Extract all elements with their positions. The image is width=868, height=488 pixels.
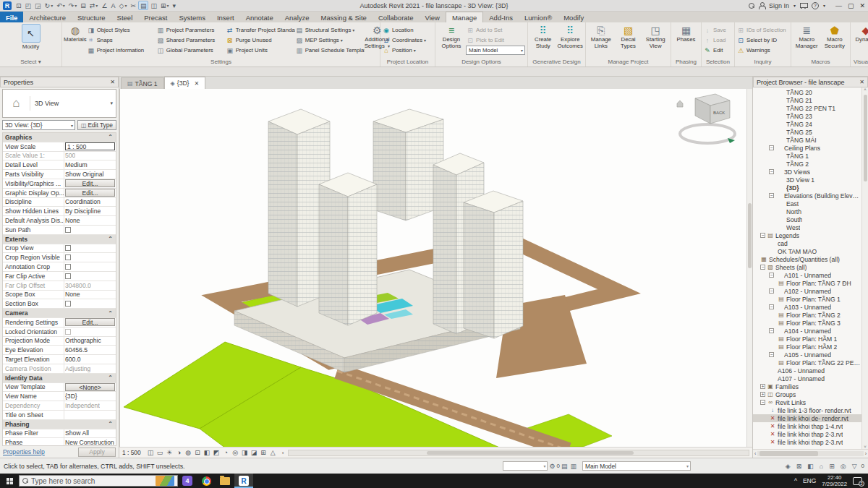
browser-tree-item[interactable]: cad [753, 239, 861, 247]
property-row[interactable]: Section Box [3, 299, 116, 309]
help-caret-icon[interactable]: ▾ [823, 3, 825, 8]
property-row[interactable]: Phasing [3, 420, 116, 429]
undo-icon[interactable]: ↶▾ [55, 1, 67, 10]
property-row[interactable]: Graphic Display Op... Edit... [3, 189, 116, 198]
browser-tree-item[interactable]: 3D View 1 [753, 176, 861, 184]
property-row[interactable]: Title on Sheet [3, 411, 116, 420]
restore-button[interactable]: ▢ [848, 2, 854, 9]
browser-tree-item[interactable]: − ▧ Sheets (all) [753, 263, 861, 271]
expander-icon[interactable]: − [769, 352, 774, 357]
property-row[interactable]: Projection Mode Orthographic [3, 337, 116, 346]
browser-tree-item[interactable]: A106 - Unnamed [753, 367, 861, 374]
save-icon[interactable]: ◲▾ [33, 1, 43, 10]
new-file-icon[interactable]: ⊡▾ [14, 1, 23, 10]
checkbox[interactable] [65, 227, 71, 233]
worksets-icon[interactable]: ⚙ [549, 463, 555, 470]
show-constraints-icon[interactable]: △ [268, 449, 278, 456]
unlock-3d-view-icon[interactable]: ◩ [212, 449, 221, 456]
browser-tree-item[interactable]: TẦNG 23 [753, 112, 861, 120]
search-icon[interactable] [749, 3, 754, 9]
minimize-button[interactable]: — [835, 2, 842, 9]
print-icon[interactable]: ⊟▾ [79, 1, 88, 10]
sync-with-central-icon[interactable]: ↻▾ [43, 1, 55, 10]
ribbon-tab[interactable]: Architecture [23, 12, 72, 22]
taskbar-app-chrome[interactable] [197, 474, 216, 488]
browser-tree-item[interactable]: ▤ Floor Plan: TẦNG 3 [753, 319, 861, 327]
canvas-vertical-scrollbar[interactable] [746, 89, 752, 447]
view-tab-tang1[interactable]: ▤ TẦNG 1 [121, 77, 164, 89]
main-model-combo[interactable]: Main Model [582, 461, 691, 471]
ribbon-small-button[interactable]: ⇄ Transfer Project Standards ▾ [226, 25, 295, 35]
property-row[interactable]: Phase New Construction [3, 438, 116, 446]
expander-icon[interactable]: − [760, 233, 765, 238]
browser-tree-item[interactable]: ▤ Floor Plan: TẦNG 2 [753, 311, 861, 319]
property-row[interactable]: Locked Orientation [3, 328, 116, 337]
browser-tree-item[interactable]: − ▤ Legends [753, 231, 861, 239]
close-inactive-views-icon[interactable]: ◫▾ [149, 1, 158, 10]
properties-help-link[interactable]: Properties help [3, 448, 45, 455]
modify-button[interactable]: ↖ Modify [14, 24, 48, 50]
browser-tree-item[interactable]: TẦNG 1 [753, 152, 861, 160]
ribbon-small-button[interactable]: ▥ Panel Schedule Templates ▾ [295, 46, 365, 55]
browser-tree-item[interactable]: − A105 - Unnamed [753, 351, 861, 359]
property-row[interactable]: Extents [3, 235, 116, 244]
design-option-combo[interactable]: Main Model [466, 46, 525, 55]
browser-tree-item[interactable]: TẦNG 25 [753, 128, 861, 136]
model-canvas[interactable]: BACK [119, 89, 752, 447]
browser-tree-item[interactable]: − Elevations (Building Elevation) [753, 192, 861, 200]
property-row[interactable]: View Template <None> [3, 383, 116, 393]
taskbar-app-4[interactable]: 4 [178, 474, 197, 488]
ribbon-tab[interactable]: Precast [138, 12, 173, 22]
browser-tree-item[interactable]: South [753, 215, 861, 223]
property-row[interactable]: Show Hidden Lines By Discipline [3, 207, 116, 216]
checkbox[interactable] [65, 301, 71, 307]
browser-tree-item[interactable]: ✕ file link khoi thap 1-4.rvt [753, 422, 861, 430]
ribbon-small-button[interactable]: ⊞ Add to Set [466, 25, 525, 35]
expander-icon[interactable]: − [769, 273, 774, 278]
browser-tree-item[interactable]: TẦNG MÁI [753, 136, 861, 144]
property-row[interactable]: Scope Box None [3, 291, 116, 300]
expander-icon[interactable]: − [769, 169, 774, 174]
active-option-icon[interactable]: ▥ [571, 463, 577, 470]
browser-tree-item[interactable]: A107 - Unnamed [753, 374, 861, 382]
checkbox[interactable] [65, 245, 71, 251]
browser-tree-item[interactable]: − Ceiling Plans [753, 144, 861, 152]
property-row[interactable]: Camera Position Adjusting [3, 364, 116, 374]
redo-icon[interactable]: ↷▾ [67, 1, 79, 10]
browser-tree-item[interactable]: ▤ Floor Plan: TẦNG 7 ĐH [753, 279, 861, 287]
collapse-scrollbar-icon[interactable]: ‹ [282, 450, 284, 456]
sun-path-icon[interactable]: ☀ [165, 449, 174, 456]
checkbox[interactable] [65, 264, 71, 270]
property-row[interactable]: Far Clip Active [3, 272, 116, 281]
ribbon-big-button[interactable]: ◆ Dynamo [852, 24, 868, 43]
aligned-dimension-icon[interactable]: ∠▾ [100, 1, 109, 10]
visual-style-icon[interactable]: ▭ [156, 449, 165, 456]
ribbon-small-button[interactable]: ▦ Project Information ▾ [87, 46, 156, 55]
property-row[interactable]: Visibility/Graphics ... Edit... [3, 179, 116, 189]
ribbon-tab[interactable]: View [420, 12, 446, 22]
browser-tree-item[interactable]: − A104 - Unnamed [753, 327, 861, 335]
browser-tree-item[interactable]: West [753, 223, 861, 231]
expander-icon[interactable]: + [760, 392, 765, 397]
checkbox[interactable] [65, 329, 71, 335]
show-crop-region-icon[interactable]: ◧ [203, 449, 212, 456]
taskbar-search-input[interactable]: Type here to search [19, 475, 178, 487]
property-row[interactable]: Crop View [3, 244, 116, 254]
ribbon-small-button[interactable]: ⚠ Warnings [736, 46, 789, 55]
text-icon[interactable]: A▾ [109, 1, 116, 10]
browser-tree-item[interactable]: ▤ Floor Plan: HẦM 2 [753, 343, 861, 351]
notifications-icon[interactable]: 2 [853, 477, 862, 485]
ribbon-small-button[interactable]: ⌂ Position ▾ [382, 46, 433, 55]
ribbon-big-button[interactable]: ⠿ Explore Outcomes [557, 24, 584, 49]
ribbon-tab[interactable]: File [0, 12, 23, 22]
show-rendering-dialog-icon[interactable]: ◫ [146, 449, 156, 456]
sketchy-lines-icon[interactable]: ◍ [184, 449, 193, 456]
browser-tree-item[interactable]: OK TAM MAO [753, 247, 861, 255]
shadows-icon[interactable]: ◑ [174, 449, 184, 456]
worksets-combo[interactable] [503, 461, 548, 471]
property-row[interactable]: Discipline Coordination [3, 198, 116, 207]
sign-in-caret-icon[interactable]: ▾ [793, 3, 796, 8]
browser-tree-item[interactable]: ✕ file link khoi de- render.rvt [753, 414, 861, 422]
close-button[interactable]: ✕ [859, 2, 865, 9]
browser-tree-item[interactable]: + ▣ Families [753, 382, 861, 390]
